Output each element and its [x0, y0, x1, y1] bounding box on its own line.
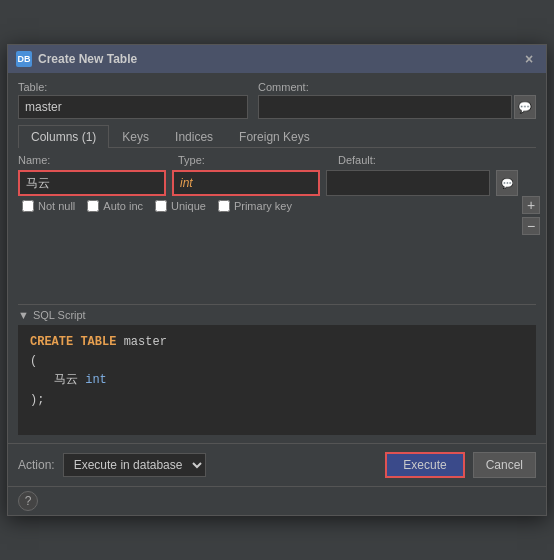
not-null-checkbox-group: Not null [22, 200, 75, 212]
col-default-input[interactable] [326, 170, 490, 196]
table-name-group: Table: [18, 81, 248, 119]
columns-wrapper: 💬 Not null Auto inc [18, 170, 536, 235]
sql-line-3: 马云 int [30, 371, 524, 390]
sql-open-paren: ( [30, 354, 37, 368]
unique-checkbox[interactable] [155, 200, 167, 212]
not-null-label: Not null [38, 200, 75, 212]
primary-key-checkbox-group: Primary key [218, 200, 292, 212]
tab-foreign-keys[interactable]: Foreign Keys [226, 125, 323, 148]
columns-area: Name: Type: Default: 💬 [18, 154, 536, 294]
create-table-dialog: DB Create New Table × Table: Comment: 💬 … [7, 44, 547, 516]
sql-content: CREATE TABLE master ( 马云 int ); [18, 325, 536, 435]
table-name-input[interactable] [18, 95, 248, 119]
sql-section-label: SQL Script [33, 309, 86, 321]
primary-key-label: Primary key [234, 200, 292, 212]
col-default-header: Default: [338, 154, 514, 166]
col-type-header: Type: [178, 154, 326, 166]
unique-checkbox-group: Unique [155, 200, 206, 212]
table-comment-row: Table: Comment: 💬 [18, 81, 536, 119]
comment-input[interactable] [258, 95, 512, 119]
comment-group: Comment: 💬 [258, 81, 536, 119]
sql-line-4: ); [30, 391, 524, 410]
tab-keys[interactable]: Keys [109, 125, 162, 148]
footer-bar: ? [8, 486, 546, 515]
dialog-body: Table: Comment: 💬 Columns (1) Keys Indic… [8, 73, 546, 443]
title-bar: DB Create New Table × [8, 45, 546, 73]
table-name-label: Table: [18, 81, 248, 93]
sql-line-1: CREATE TABLE master [30, 333, 524, 352]
auto-inc-label: Auto inc [103, 200, 143, 212]
auto-inc-checkbox[interactable] [87, 200, 99, 212]
app-icon: DB [16, 51, 32, 67]
col-default-button[interactable]: 💬 [496, 170, 518, 196]
execute-button[interactable]: Execute [385, 452, 464, 478]
sql-col-type: int [85, 373, 107, 387]
sql-close-paren: ); [30, 393, 44, 407]
table-row: 💬 [18, 170, 518, 196]
col-type-input[interactable] [172, 170, 320, 196]
column-checkboxes: Not null Auto inc Unique Primary ke [22, 200, 518, 212]
sql-toggle-icon: ▼ [18, 309, 29, 321]
bottom-action-bar: Action: Execute in database Execute Canc… [8, 443, 546, 486]
tab-columns[interactable]: Columns (1) [18, 125, 109, 148]
action-label: Action: [18, 458, 55, 472]
add-column-button[interactable]: + [522, 196, 540, 214]
close-button[interactable]: × [520, 50, 538, 68]
sql-keyword-create: CREATE TABLE [30, 335, 116, 349]
tab-indices[interactable]: Indices [162, 125, 226, 148]
comment-label: Comment: [258, 81, 536, 93]
sql-section-header[interactable]: ▼ SQL Script [18, 305, 536, 325]
sql-col-name: 马云 [54, 373, 85, 387]
auto-inc-checkbox-group: Auto inc [87, 200, 143, 212]
col-fields-area: 💬 Not null Auto inc [18, 170, 518, 235]
sql-section: ▼ SQL Script CREATE TABLE master ( 马云 in… [18, 304, 536, 435]
help-button[interactable]: ? [18, 491, 38, 511]
comment-button[interactable]: 💬 [514, 95, 536, 119]
remove-column-button[interactable]: − [522, 217, 540, 235]
sql-table-name: master [124, 335, 167, 349]
action-select[interactable]: Execute in database [63, 453, 206, 477]
cancel-button[interactable]: Cancel [473, 452, 536, 478]
col-name-input[interactable] [18, 170, 166, 196]
tabs-bar: Columns (1) Keys Indices Foreign Keys [18, 125, 536, 148]
sql-line-2: ( [30, 352, 524, 371]
dialog-title: Create New Table [38, 52, 514, 66]
primary-key-checkbox[interactable] [218, 200, 230, 212]
column-action-buttons: + − [522, 196, 540, 235]
not-null-checkbox[interactable] [22, 200, 34, 212]
col-name-header: Name: [18, 154, 166, 166]
unique-label: Unique [171, 200, 206, 212]
